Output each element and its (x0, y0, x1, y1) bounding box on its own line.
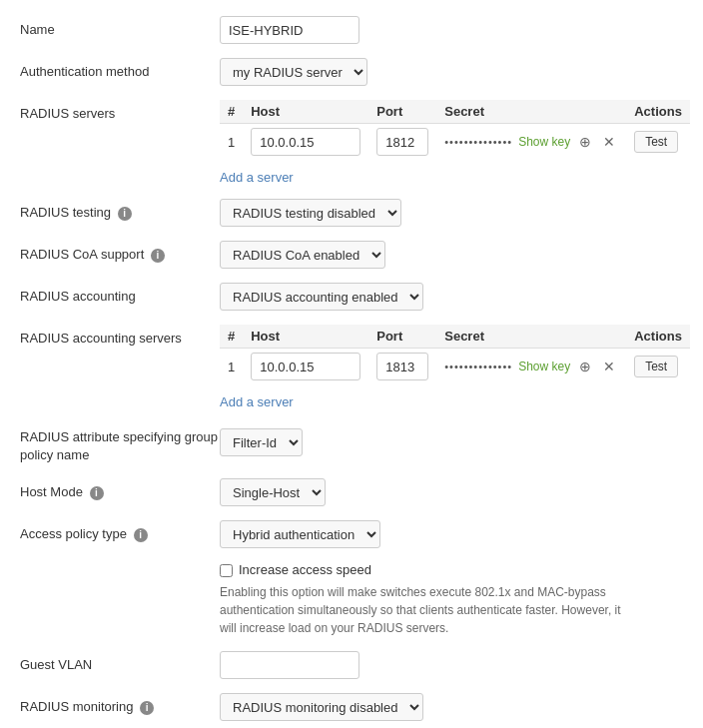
radius-monitoring-label: RADIUS monitoring i (20, 693, 220, 716)
radius-attribute-row: RADIUS attribute specifying group policy… (20, 423, 683, 464)
increase-speed-content: Increase access speed Enabling this opti… (220, 562, 683, 637)
server-host-cell (243, 124, 368, 161)
radius-servers-table: # Host Port Secret Actions 1 (220, 100, 690, 160)
access-policy-info-icon[interactable]: i (134, 528, 148, 542)
test-button2[interactable]: Test (634, 356, 678, 377)
increase-speed-checkbox[interactable] (220, 564, 233, 577)
col-port: Port (368, 100, 436, 124)
name-input[interactable] (220, 16, 359, 44)
server1-port-input[interactable] (376, 128, 428, 156)
radius-coa-select[interactable]: RADIUS CoA enabled (220, 241, 385, 269)
secret-dots: •••••••••••••• (444, 136, 512, 148)
host-mode-label: Host Mode i (20, 478, 220, 501)
increase-speed-help: Enabling this option will make switches … (220, 583, 639, 637)
col-actions2: Actions (626, 325, 690, 349)
radius-accounting-label: RADIUS accounting (20, 283, 220, 306)
table-row: 1 •••••••••••••• Show key ⊕ ✕ (220, 124, 690, 161)
radius-attribute-content: Filter-Id (220, 423, 683, 456)
col-actions: Actions (626, 100, 690, 124)
show-key-link[interactable]: Show key (518, 135, 570, 149)
increase-speed-checkbox-row: Increase access speed (220, 562, 683, 577)
access-policy-content: Hybrid authentication (220, 520, 683, 548)
server-secret-cell: •••••••••••••• Show key ⊕ ✕ (436, 124, 626, 161)
guest-vlan-content (220, 651, 683, 679)
guest-vlan-row: Guest VLAN (20, 651, 683, 679)
radius-coa-label: RADIUS CoA support i (20, 241, 220, 264)
radius-accounting-servers-row: RADIUS accounting servers # Host Port Se… (20, 325, 683, 409)
server2-port-input[interactable] (376, 353, 428, 380)
guest-vlan-input[interactable] (220, 651, 359, 679)
radius-testing-content: RADIUS testing disabled (220, 199, 683, 227)
table-row: 1 •••••••••••••• Show key ⊕ ✕ (220, 349, 690, 385)
drag-icon[interactable]: ⊕ (576, 133, 594, 151)
radius-testing-row: RADIUS testing i RADIUS testing disabled (20, 199, 683, 227)
radius-monitoring-info-icon[interactable]: i (140, 701, 154, 715)
test-button[interactable]: Test (634, 131, 678, 153)
radius-testing-info-icon[interactable]: i (118, 207, 132, 221)
server2-test-cell: Test (626, 349, 690, 385)
server2-port-cell (368, 349, 436, 385)
add-server-link[interactable]: Add a server (220, 170, 294, 185)
name-row: Name (20, 16, 683, 44)
auth-method-label: Authentication method (20, 58, 220, 81)
radius-coa-row: RADIUS CoA support i RADIUS CoA enabled (20, 241, 683, 269)
increase-speed-label-empty (20, 562, 220, 567)
radius-accounting-row: RADIUS accounting RADIUS accounting enab… (20, 283, 683, 311)
auth-method-select[interactable]: my RADIUS server (220, 58, 367, 86)
radius-attribute-select[interactable]: Filter-Id (220, 428, 303, 456)
delete-icon[interactable]: ✕ (600, 133, 618, 151)
name-label: Name (20, 16, 220, 39)
host-mode-content: Single-Host (220, 478, 683, 506)
radius-servers-row: RADIUS servers # Host Port Secret Action… (20, 100, 683, 185)
server-port-cell (368, 124, 436, 161)
radius-coa-content: RADIUS CoA enabled (220, 241, 683, 269)
radius-testing-select[interactable]: RADIUS testing disabled (220, 199, 401, 227)
radius-testing-label: RADIUS testing i (20, 199, 220, 222)
secret-area: •••••••••••••• Show key ⊕ ✕ (444, 133, 618, 151)
secret-dots2: •••••••••••••• (444, 361, 512, 372)
add-server-link2[interactable]: Add a server (220, 394, 294, 409)
server2-host-input[interactable] (251, 353, 360, 380)
radius-accounting-content: RADIUS accounting enabled (220, 283, 683, 311)
server2-host-cell (243, 349, 368, 385)
server2-secret-cell: •••••••••••••• Show key ⊕ ✕ (436, 349, 626, 385)
host-mode-select[interactable]: Single-Host (220, 478, 326, 506)
radius-servers-content: # Host Port Secret Actions 1 (220, 100, 690, 185)
col-hash2: # (220, 325, 243, 349)
drag-icon2[interactable]: ⊕ (576, 358, 594, 375)
server1-host-input[interactable] (251, 128, 360, 156)
increase-speed-label: Increase access speed (239, 562, 371, 577)
access-policy-select[interactable]: Hybrid authentication (220, 520, 380, 548)
access-policy-row: Access policy type i Hybrid authenticati… (20, 520, 683, 548)
col-secret2: Secret (436, 325, 626, 349)
guest-vlan-label: Guest VLAN (20, 651, 220, 674)
server-test-cell: Test (626, 124, 690, 161)
radius-accounting-servers-table: # Host Port Secret Actions 1 (220, 325, 690, 384)
radius-monitoring-select[interactable]: RADIUS monitoring disabled (220, 693, 423, 721)
col-host2: Host (243, 325, 368, 349)
radius-accounting-select[interactable]: RADIUS accounting enabled (220, 283, 423, 311)
server-num: 1 (220, 124, 243, 161)
col-host: Host (243, 100, 368, 124)
host-mode-row: Host Mode i Single-Host (20, 478, 683, 506)
auth-method-row: Authentication method my RADIUS server (20, 58, 683, 86)
server2-num: 1 (220, 349, 243, 385)
show-key-link2[interactable]: Show key (518, 360, 570, 373)
radius-accounting-servers-content: # Host Port Secret Actions 1 (220, 325, 690, 409)
delete-icon2[interactable]: ✕ (600, 358, 618, 375)
radius-monitoring-row: RADIUS monitoring i RADIUS monitoring di… (20, 693, 683, 721)
secret-area2: •••••••••••••• Show key ⊕ ✕ (444, 358, 618, 375)
host-mode-info-icon[interactable]: i (90, 486, 104, 500)
col-hash: # (220, 100, 243, 124)
auth-method-content: my RADIUS server (220, 58, 683, 86)
name-content (220, 16, 683, 44)
col-port2: Port (368, 325, 436, 349)
radius-monitoring-content: RADIUS monitoring disabled (220, 693, 683, 721)
radius-accounting-servers-label: RADIUS accounting servers (20, 325, 220, 348)
radius-servers-label: RADIUS servers (20, 100, 220, 123)
increase-speed-row: Increase access speed Enabling this opti… (20, 562, 683, 637)
col-secret: Secret (436, 100, 626, 124)
access-policy-label: Access policy type i (20, 520, 220, 543)
radius-coa-info-icon[interactable]: i (151, 249, 165, 263)
radius-attribute-label: RADIUS attribute specifying group policy… (20, 423, 220, 464)
